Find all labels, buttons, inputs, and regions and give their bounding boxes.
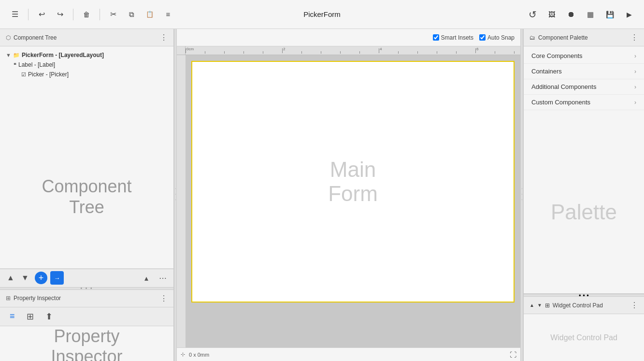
- smart-insets-checkbox[interactable]: [433, 34, 439, 41]
- tree-collapse-icon[interactable]: ▼: [6, 52, 11, 58]
- tree-dots-button[interactable]: ⋯: [156, 271, 170, 285]
- tree-collapse-all-button[interactable]: ▴: [140, 271, 153, 285]
- component-palette-header: 🗂 Component Palette ⋮: [524, 29, 644, 46]
- canvas-toolbar: Smart Insets Auto Snap: [177, 29, 520, 46]
- tree-item-label-1: Label - [Label]: [18, 61, 55, 68]
- palette-header-icon: 🗂: [530, 34, 535, 41]
- component-tree-large-label: Component Tree: [0, 126, 173, 269]
- component-palette-section: 🗂 Component Palette ⋮ Core Components › …: [524, 29, 644, 293]
- widget-icon: ⊞: [545, 302, 550, 309]
- paste-button[interactable]: 📋: [143, 7, 157, 22]
- main-body: ⬡ Component Tree ⋮ ▼ 📁 PickerForm - [Lay…: [0, 29, 644, 361]
- tree-move-button[interactable]: →: [50, 271, 64, 285]
- menu-button[interactable]: ☰: [8, 7, 22, 22]
- canvas-ruler-row: [177, 46, 520, 55]
- save-button[interactable]: 💾: [602, 7, 617, 22]
- property-inspector-menu[interactable]: ⋮: [160, 294, 168, 303]
- tree-item-label-2: Picker - [Picker]: [28, 71, 69, 78]
- tree-item-icon-0: 📁: [13, 52, 20, 58]
- ruler-corner: [177, 46, 186, 55]
- palette-items-list: Core Components › Containers › Additiona…: [524, 46, 644, 131]
- toolbar-left-group: ☰ ↩ ↪ 🗑 ✂ ⧉ 📋 ≡: [8, 7, 175, 22]
- left-panel: ⬡ Component Tree ⋮ ▼ 📁 PickerForm - [Lay…: [0, 29, 174, 361]
- palette-item-custom[interactable]: Custom Components ›: [524, 95, 644, 110]
- tree-bottom-toolbar: ▲ ▼ + → ▴ ⋯: [0, 269, 173, 287]
- canvas-content-row: Main Form: [177, 55, 520, 347]
- tree-item-icon-2: ☑: [21, 72, 26, 78]
- property-inspector-content: Property Inspector: [0, 326, 173, 361]
- widget-menu-dots[interactable]: ⋮: [630, 301, 638, 310]
- component-tree-title: Component Tree: [14, 34, 157, 41]
- component-tree-watermark: Component Tree: [42, 176, 131, 217]
- canvas-viewport[interactable]: Main Form: [186, 55, 520, 347]
- undo-button[interactable]: ↩: [34, 7, 49, 22]
- trash-button[interactable]: 🗑: [79, 7, 94, 22]
- copy-button[interactable]: ⧉: [124, 7, 139, 22]
- auto-snap-checkbox[interactable]: [479, 34, 486, 41]
- record-button[interactable]: ⏺: [564, 7, 578, 22]
- auto-snap-label[interactable]: Auto Snap: [479, 34, 515, 41]
- tree-item-2[interactable]: ☑ Picker - [Picker]: [0, 70, 173, 79]
- ruler-h-canvas: [186, 46, 520, 55]
- property-inspector-icon: ⊞: [6, 295, 11, 302]
- component-palette-title: 🗂 Component Palette: [530, 34, 630, 41]
- widget-header-down-icon: ▼: [537, 303, 542, 308]
- palette-item-core[interactable]: Core Components ›: [524, 48, 644, 64]
- widget-control-pad-section: • • • ▲ ▼ ⊞ Widget Control Pad ⋮ Widget …: [524, 293, 644, 361]
- notes-button[interactable]: ≡: [161, 7, 175, 22]
- app-title: PickerForm: [303, 10, 341, 18]
- tree-item-0[interactable]: ▼ 📁 PickerForm - [LayeredLayout]: [0, 50, 173, 60]
- palette-chevron-1: ›: [634, 68, 636, 75]
- canvas-rulers-container: Main Form: [177, 46, 520, 347]
- property-inspector-section: ⊞ Property Inspector ⋮ ≡ ⊞ ⬆ Property In…: [0, 290, 173, 361]
- palette-chevron-2: ›: [634, 84, 636, 90]
- tree-item-label-0: PickerForm - [LayeredLayout]: [22, 52, 104, 58]
- canvas-expand-button[interactable]: ⛶: [510, 351, 516, 359]
- tree-item-icon-1: ❝: [14, 62, 16, 68]
- property-tab-grid[interactable]: ⊞: [23, 309, 38, 324]
- right-panel: 🗂 Component Palette ⋮ Core Components › …: [523, 29, 644, 361]
- component-tree-menu[interactable]: ⋮: [160, 33, 168, 42]
- smart-insets-label[interactable]: Smart Insets: [433, 34, 473, 41]
- tree-bottom-expand: ▲ ▼: [4, 271, 32, 285]
- tree-add-button[interactable]: +: [35, 272, 47, 284]
- gallery-button[interactable]: ▦: [583, 7, 598, 22]
- canvas-area: Smart Insets Auto Snap: [177, 29, 520, 361]
- property-inspector-header: ⊞ Property Inspector ⋮: [0, 290, 173, 307]
- canvas-size-label: 0 x 0mm: [189, 352, 209, 358]
- refresh-button[interactable]: ↺: [525, 7, 540, 22]
- palette-item-additional[interactable]: Additional Components ›: [524, 79, 644, 95]
- ruler-horizontal: [186, 46, 520, 55]
- ruler-v-canvas: [177, 55, 186, 347]
- component-tree-header: ⬡ Component Tree ⋮: [0, 29, 173, 46]
- redo-button[interactable]: ↪: [53, 7, 67, 22]
- toolbar-divider-2: [73, 9, 73, 20]
- canvas-statusbar: ⊹ 0 x 0mm ⛶: [177, 347, 520, 361]
- cut-button[interactable]: ✂: [106, 7, 120, 22]
- property-tab-user[interactable]: ⬆: [42, 309, 57, 324]
- widget-control-pad-content: Widget Control Pad: [524, 314, 644, 361]
- property-tab-list[interactable]: ≡: [6, 309, 19, 324]
- form-canvas-content: Main Form: [192, 62, 514, 302]
- component-tree-header-icon: ⬡: [6, 34, 11, 41]
- palette-large-label: Palette: [524, 131, 644, 293]
- component-tree-items: ▼ 📁 PickerForm - [LayeredLayout] ❝ Label…: [0, 46, 173, 126]
- toolbar-divider-3: [100, 9, 100, 20]
- widget-watermark: Widget Control Pad: [550, 333, 617, 342]
- property-inspector-title: Property Inspector: [14, 295, 157, 302]
- image-button[interactable]: 🖼: [544, 7, 559, 22]
- widget-control-pad-header: ▲ ▼ ⊞ Widget Control Pad ⋮: [524, 297, 644, 314]
- tree-up-button[interactable]: ▲: [4, 271, 17, 285]
- tree-down-button[interactable]: ▼: [18, 271, 32, 285]
- palette-chevron-3: ›: [634, 99, 636, 106]
- palette-item-containers[interactable]: Containers ›: [524, 64, 644, 79]
- main-toolbar: ☰ ↩ ↪ 🗑 ✂ ⧉ 📋 ≡ PickerForm ↺ 🖼 ⏺ ▦ 💾 ▶: [0, 0, 644, 29]
- property-inspector-tabs: ≡ ⊞ ⬆: [0, 307, 173, 326]
- palette-menu-dots[interactable]: ⋮: [630, 33, 638, 42]
- property-inspector-watermark: Property Inspector: [51, 326, 122, 361]
- canvas-watermark: Main Form: [328, 158, 378, 206]
- play-button[interactable]: ▶: [622, 7, 636, 22]
- toolbar-right-group: ↺ 🖼 ⏺ ▦ 💾 ▶: [525, 7, 636, 22]
- form-canvas[interactable]: Main Form: [191, 61, 515, 303]
- tree-item-1[interactable]: ❝ Label - [Label]: [0, 60, 173, 70]
